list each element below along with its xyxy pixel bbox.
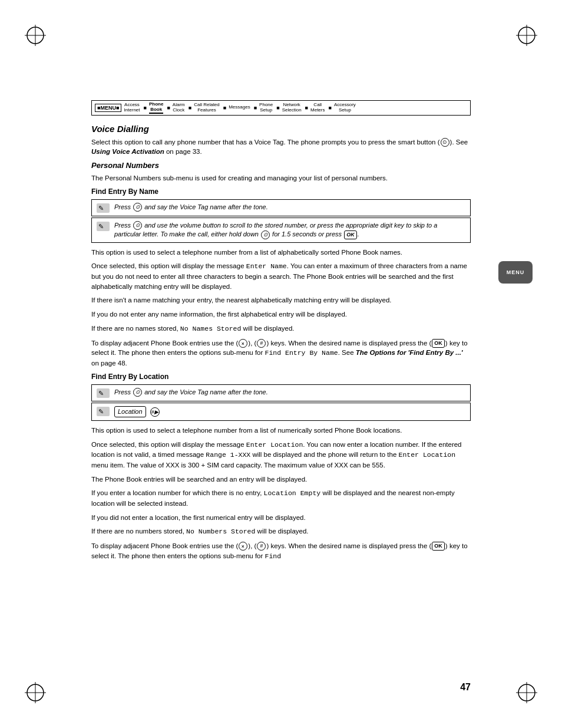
find-by-location-para7: To display adjacent Phone Book entries u… bbox=[91, 541, 471, 561]
ok-btn-note2: OK bbox=[344, 230, 357, 239]
nav-item-callrelated: Call RelatedFeatures bbox=[194, 103, 220, 113]
find-by-name-para5: If there are no names stored, No Names S… bbox=[91, 324, 471, 334]
nav-menu-label: ■MENU■ bbox=[95, 104, 121, 112]
find-by-location-para4: If you enter a location number for which… bbox=[91, 488, 471, 508]
hash-key-icon: # bbox=[257, 339, 266, 348]
nav-item-callmeters: CallMeters bbox=[310, 103, 325, 113]
voice-dialling-body: Select this option to call any phone num… bbox=[91, 137, 471, 157]
find-by-location-para5: If you did not enter a location, the fir… bbox=[91, 513, 471, 523]
find-by-name-para2: Once selected, this option will display … bbox=[91, 261, 471, 291]
range-mono: Range 1-XXX bbox=[206, 451, 250, 459]
find-entry-name-mono: Find Entry By Name bbox=[265, 349, 338, 357]
find-text-mono: Find bbox=[265, 552, 282, 560]
smart-btn-note1: ⊙ bbox=[133, 203, 142, 212]
ok-key-loc-icon: OK bbox=[432, 542, 445, 551]
enter-location-mono1: Enter Location bbox=[246, 441, 303, 449]
svg-text:✎: ✎ bbox=[98, 408, 104, 415]
nav-item-messages: Messages bbox=[229, 105, 250, 110]
pencil-icon-loc2: ✎ bbox=[97, 407, 110, 416]
find-entry-by-name-heading: Find Entry By Name bbox=[91, 187, 471, 196]
svg-text:✎: ✎ bbox=[98, 223, 104, 230]
pencil-icon-2: ✎ bbox=[97, 222, 110, 231]
corner-mark-br bbox=[515, 681, 538, 704]
star-key-loc-icon: ⁎ bbox=[239, 542, 247, 551]
location-box: Location bbox=[114, 406, 146, 417]
find-by-name-para4: If you do not enter any name information… bbox=[91, 309, 471, 319]
smart-button-icon: ⊙ bbox=[441, 138, 449, 147]
note-box-location-1: ✎ Press ⊙ and say the Voice Tag name aft… bbox=[91, 384, 471, 401]
using-voice-activation-link: Using Voice Activation bbox=[91, 148, 164, 155]
note-box-1: ✎ Press ⊙ and say the Voice Tag name aft… bbox=[91, 199, 471, 216]
star-key-icon: ⁎ bbox=[239, 339, 247, 348]
ok-key-icon: OK bbox=[432, 339, 445, 348]
no-numbers-stored-mono: No Numbers Stored bbox=[186, 528, 255, 535]
location-empty-mono: Location Empty bbox=[264, 489, 321, 497]
find-entry-by-location-heading: Find Entry By Location bbox=[91, 373, 471, 381]
content-area: ■MENU■ AccessInternet ■ PhoneBook ■ Alar… bbox=[91, 100, 471, 669]
find-by-name-para3: If there isn't a name matching your entr… bbox=[91, 295, 471, 305]
note-text-1: Press ⊙ and say the Voice Tag name after… bbox=[114, 203, 268, 212]
nav-item-alarm: AlarmClock bbox=[173, 103, 185, 113]
find-by-location-para6: If there are no numbers stored, No Numbe… bbox=[91, 526, 471, 537]
note-text-2: Press ⊙ and use the volume button to scr… bbox=[114, 221, 465, 239]
corner-mark-tr bbox=[515, 24, 538, 47]
find-by-name-para1: This option is used to select a telephon… bbox=[91, 248, 471, 258]
corner-mark-bl bbox=[24, 681, 47, 704]
enter-location-mono2: Enter Location bbox=[399, 451, 456, 459]
corner-mark-tl bbox=[24, 24, 47, 47]
nav-item-phonesetup: PhoneSetup bbox=[259, 103, 273, 113]
smart-btn-note2: ⊙ bbox=[133, 221, 142, 230]
find-by-name-para6: To display adjacent Phone Book entries u… bbox=[91, 338, 471, 368]
enter-name-mono: Enter Name bbox=[246, 262, 287, 270]
find-by-location-para2: Once selected, this option will display … bbox=[91, 440, 471, 470]
find-by-location-para3: The Phone Book entries will be searched … bbox=[91, 475, 471, 485]
nav-item-internet: AccessInternet bbox=[124, 103, 140, 113]
nav-bar: ■MENU■ AccessInternet ■ PhoneBook ■ Alar… bbox=[91, 100, 471, 116]
note-box-location-2: ✎ Location #▶ bbox=[91, 403, 471, 421]
menu-button[interactable]: MENU bbox=[498, 261, 533, 284]
svg-text:✎: ✎ bbox=[98, 390, 104, 397]
page-number: 47 bbox=[460, 682, 471, 693]
options-link: The Options for 'Find Entry By ...' bbox=[356, 349, 463, 356]
smart-btn-loc1: ⊙ bbox=[133, 388, 142, 397]
voice-dialling-title: Voice Dialling bbox=[91, 124, 471, 134]
location-label: Location bbox=[118, 407, 143, 416]
note-text-loc2: Location #▶ bbox=[114, 406, 160, 417]
nav-item-phonebook: PhoneBook bbox=[149, 102, 163, 114]
personal-numbers-title: Personal Numbers bbox=[91, 161, 471, 170]
personal-numbers-body: The Personal Numbers sub-menu is used fo… bbox=[91, 173, 471, 183]
hash-btn: #▶ bbox=[150, 407, 160, 417]
note-box-2: ✎ Press ⊙ and use the volume button to s… bbox=[91, 218, 471, 243]
smart-btn-note2b: ⊙ bbox=[261, 230, 270, 239]
svg-text:✎: ✎ bbox=[98, 205, 104, 212]
no-names-stored-mono: No Names Stored bbox=[180, 325, 242, 332]
pencil-icon-1: ✎ bbox=[97, 203, 110, 213]
note-text-loc1: Press ⊙ and say the Voice Tag name after… bbox=[114, 388, 268, 397]
find-by-location-para1: This option is used to select a telephon… bbox=[91, 426, 471, 436]
pencil-icon-loc1: ✎ bbox=[97, 388, 110, 398]
nav-item-network: NetworkSelection bbox=[282, 103, 302, 113]
hash-key-loc-icon: # bbox=[257, 542, 266, 551]
page: ■MENU■ AccessInternet ■ PhoneBook ■ Alar… bbox=[0, 0, 562, 728]
nav-item-accessory: AccessorySetup bbox=[334, 103, 356, 113]
